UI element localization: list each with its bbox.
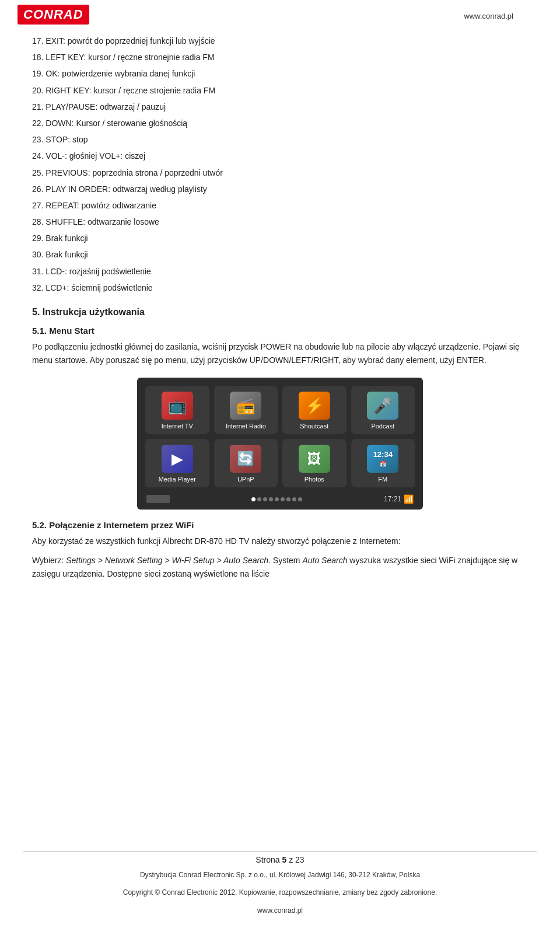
- menu-item-label: FM: [355, 476, 412, 483]
- menu-item-label: Internet Radio: [218, 423, 275, 430]
- menu-item-label: Podcast: [355, 423, 412, 430]
- list-item: 17. EXIT: powrót do poprzedniej funkcji …: [32, 34, 528, 48]
- media-player-icon: ▶: [162, 445, 193, 473]
- internet-tv-icon: 📺: [162, 392, 193, 420]
- footer-website: www.conrad.pl: [23, 905, 537, 922]
- dot: [269, 497, 273, 501]
- menu-item-photos: 🖼 Photos: [282, 439, 346, 487]
- body2-post: . System: [268, 556, 302, 565]
- list-item: 18. LEFT KEY: kursor / ręczne stronejnie…: [32, 50, 528, 65]
- fm-icon: 12:34📅: [367, 445, 398, 473]
- menu-item-shoutcast: ⚡ Shoutcast: [282, 386, 346, 434]
- section5-heading: 5. Instrukcja użytkowania: [32, 307, 528, 318]
- section51-heading: 5.1. Menu Start: [32, 326, 528, 336]
- menu-item-fm: 12:34📅 FM: [351, 439, 415, 487]
- header-url: www.conrad.pl: [23, 6, 537, 23]
- menu-item-internet-radio: 📻 Internet Radio: [214, 386, 278, 434]
- list-item: 26. PLAY IN ORDER: odtwarzaj według play…: [32, 182, 528, 197]
- list-item: 28. SHUFFLE: odtwarzanie losowe: [32, 215, 528, 229]
- logo: CONRAD: [18, 5, 89, 25]
- section52-body1: Aby korzystać ze wszystkich funkcji Albr…: [32, 535, 528, 548]
- upnp-icon: 🔄: [230, 445, 261, 473]
- menu-item-media-player: ▶ Media Player: [145, 439, 209, 487]
- list-item: 19. OK: potwierdzenie wybrania danej fun…: [32, 67, 528, 81]
- page-number: Strona 5 z 23: [23, 855, 537, 864]
- shoutcast-icon: ⚡: [299, 392, 330, 420]
- menu-time: 17:21 📶: [384, 494, 414, 504]
- menu-bottom-bar: 17:21 📶: [145, 492, 415, 504]
- menu-item-internet-tv: 📺 Internet TV: [145, 386, 209, 434]
- menu-item-label: Internet TV: [149, 423, 206, 430]
- list-item: 25. PREVIOUS: poprzednia strona / poprze…: [32, 166, 528, 180]
- podcast-icon: 🎤: [367, 392, 398, 420]
- menu-item-podcast: 🎤 Podcast: [351, 386, 415, 434]
- list-item: 27. REPEAT: powtórz odtwarzanie: [32, 198, 528, 213]
- footer-company: Dystrybucja Conrad Electronic Sp. z o.o.…: [23, 869, 537, 887]
- dot: [251, 497, 256, 501]
- wifi-icon: 📶: [404, 494, 414, 504]
- list-item: 30. Brak funkcji: [32, 247, 528, 262]
- list-item: 21. PLAY/PAUSE: odtwarzaj / pauzuj: [32, 100, 528, 114]
- body2-italic2: Auto Search: [302, 556, 347, 565]
- menu-item-label: Photos: [286, 476, 343, 483]
- menu-item-upnp: 🔄 UPnP: [214, 439, 278, 487]
- menu-bottom-left: [146, 495, 170, 503]
- footer-copyright: Copyright © Conrad Electronic 2012, Kopi…: [23, 887, 537, 904]
- list-item: 22. DOWN: Kursor / sterowanie głośnością: [32, 116, 528, 131]
- menu-grid-row1: 📺 Internet TV 📻 Internet Radio ⚡ Shoutca…: [145, 386, 415, 434]
- photos-icon: 🖼: [299, 445, 330, 473]
- section52-heading: 5.2. Połączenie z Internetem przez WiFi: [32, 520, 528, 530]
- body2-italic: Settings > Network Setting > Wi-Fi Setup…: [66, 556, 268, 565]
- dot: [281, 497, 285, 501]
- menu-dots: [251, 497, 302, 501]
- internet-radio-icon: 📻: [230, 392, 261, 420]
- list-item: 23. STOP: stop: [32, 132, 528, 147]
- list-item: 31. LCD-: rozjaśnij podświetlenie: [32, 264, 528, 279]
- dot: [263, 497, 267, 501]
- list-item: 20. RIGHT KEY: kursor / ręczne strojenie…: [32, 83, 528, 98]
- dot: [286, 497, 290, 501]
- body2-pre: Wybierz:: [32, 556, 66, 565]
- menu-grid-row2: ▶ Media Player 🔄 UPnP 🖼 Photos 12:34📅: [145, 439, 415, 487]
- section52-body2: Wybierz: Settings > Network Setting > Wi…: [32, 554, 528, 581]
- list-item: 32. LCD+: ściemnij podświetlenie: [32, 281, 528, 295]
- section51-body: Po podłączeniu jednostki głównej do zasi…: [32, 340, 528, 367]
- menu-item-label: Media Player: [149, 476, 206, 483]
- dot: [275, 497, 279, 501]
- menu-screenshot: 📺 Internet TV 📻 Internet Radio ⚡ Shoutca…: [137, 378, 423, 510]
- list-item: 24. VOL-: głośniej VOL+: ciszej: [32, 149, 528, 163]
- list-item: 29. Brak funkcji: [32, 231, 528, 246]
- logo-text: CONRAD: [18, 5, 89, 25]
- numbered-list: 17. EXIT: powrót do poprzedniej funkcji …: [32, 34, 528, 295]
- menu-item-label: Shoutcast: [286, 423, 343, 430]
- footer-divider: [23, 851, 537, 852]
- dot: [292, 497, 296, 501]
- dot: [298, 497, 302, 501]
- dot: [257, 497, 261, 501]
- menu-item-label: UPnP: [218, 476, 275, 483]
